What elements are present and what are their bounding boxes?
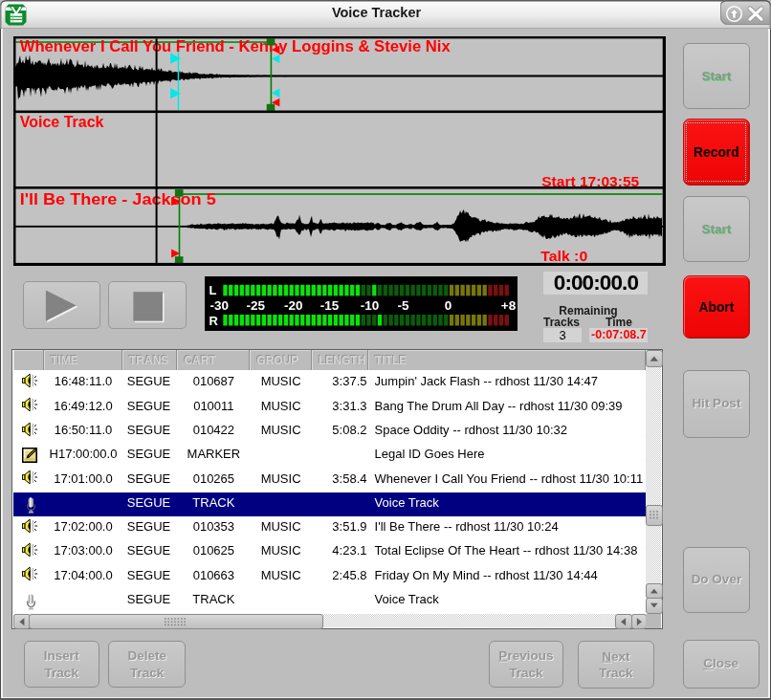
- svg-text:R: R: [209, 314, 219, 328]
- svg-text:L: L: [209, 283, 217, 297]
- svg-text:Talk :0: Talk :0: [540, 250, 587, 265]
- svg-text:-30: -30: [210, 298, 230, 313]
- svg-text:-5: -5: [397, 298, 408, 313]
- svg-text:I'll Be There - Jackson 5: I'll Be There - Jackson 5: [19, 191, 215, 208]
- svg-text:-15: -15: [320, 298, 340, 313]
- svg-text:+8: +8: [501, 298, 517, 313]
- svg-text:0: 0: [445, 298, 452, 313]
- svg-text:-25: -25: [246, 298, 265, 313]
- svg-text:Voice Track: Voice Track: [19, 114, 103, 130]
- svg-text:-20: -20: [284, 298, 303, 313]
- svg-text:Whenever I Call You Friend - K: Whenever I Call You Friend - Kenny Loggi…: [19, 39, 450, 55]
- svg-text:-10: -10: [361, 298, 380, 313]
